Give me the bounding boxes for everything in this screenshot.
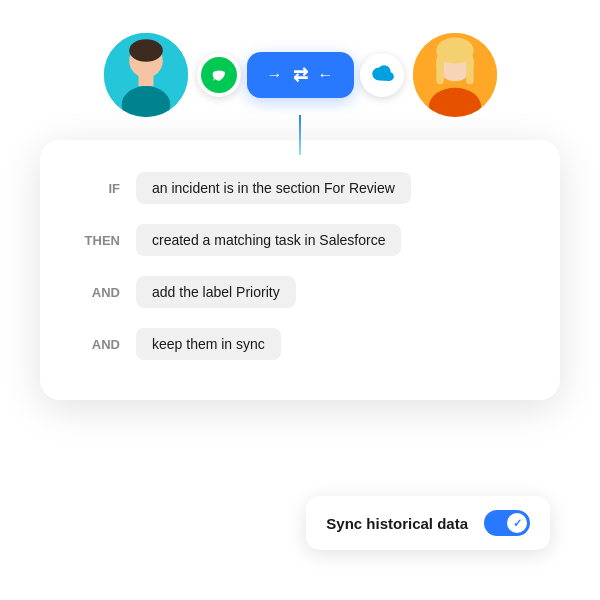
sync-icon: ⇄	[293, 64, 308, 86]
rule-chip-and-1[interactable]: add the label Priority	[136, 276, 296, 308]
rule-chip-then[interactable]: created a matching task in Salesforce	[136, 224, 401, 256]
scene: → ⇄ ←	[20, 30, 580, 570]
sync-toggle[interactable]: ✓	[484, 510, 530, 536]
svg-rect-9	[436, 56, 443, 84]
svg-rect-2	[138, 75, 153, 86]
rule-chip-and-2[interactable]: keep them in sync	[136, 328, 281, 360]
rule-label-and-1: AND	[80, 285, 120, 300]
respond-io-icon	[201, 57, 237, 93]
main-card: IF an incident is in the section For Rev…	[40, 140, 560, 400]
sync-label: Sync historical data	[326, 515, 468, 532]
toggle-check-icon: ✓	[513, 517, 522, 530]
avatar-left	[101, 30, 191, 120]
rule-label-and-2: AND	[80, 337, 120, 352]
svg-rect-10	[466, 56, 473, 84]
rule-row-and-1: AND add the label Priority	[80, 276, 520, 308]
right-arrow-icon: →	[267, 66, 283, 84]
sync-box[interactable]: → ⇄ ←	[247, 52, 354, 98]
respond-io-logo-circle	[197, 53, 241, 97]
sync-toggle-row: Sync historical data ✓	[306, 496, 550, 550]
avatars-row: → ⇄ ←	[20, 30, 580, 120]
rule-chip-if[interactable]: an incident is in the section For Review	[136, 172, 411, 204]
svg-point-3	[129, 39, 163, 61]
rule-row-if: IF an incident is in the section For Rev…	[80, 172, 520, 204]
rule-row-then: THEN created a matching task in Salesfor…	[80, 224, 520, 256]
left-arrow-icon: ←	[318, 66, 334, 84]
salesforce-logo-circle	[360, 53, 404, 97]
rule-label-then: THEN	[80, 233, 120, 248]
rule-row-and-2: AND keep them in sync	[80, 328, 520, 360]
rule-label-if: IF	[80, 181, 120, 196]
connector-line	[299, 115, 301, 155]
toggle-thumb: ✓	[507, 513, 527, 533]
avatar-right	[410, 30, 500, 120]
